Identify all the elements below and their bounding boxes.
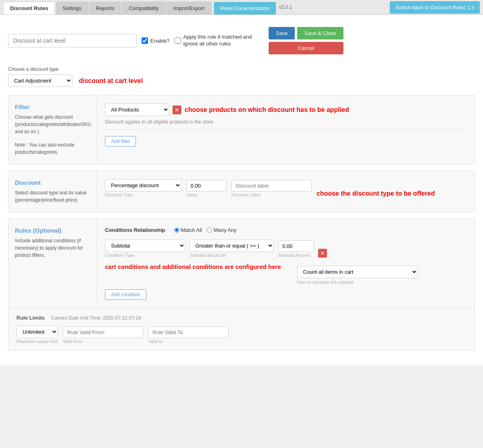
condition-row: Subtotal Product Quantity Cart Total Con… xyxy=(105,239,467,258)
discount-type-row: Cart Adjustment Product Discount Buy X G… xyxy=(8,74,475,87)
discount-section: Discount Select discount type and its va… xyxy=(8,171,475,212)
tabs-bar: Discount Rules Settings Reports Compatib… xyxy=(0,0,483,15)
filter-section-inner: Filter Choose what gets discount (produc… xyxy=(8,95,475,164)
rule-limits-row: Unlimited Limited Maximum usage limit Va… xyxy=(16,326,467,344)
discount-type-select[interactable]: Cart Adjustment Product Discount Buy X G… xyxy=(8,74,72,87)
rules-section: Rules (Optional) Include additional cond… xyxy=(8,219,475,351)
action-buttons: Save Save & Close Cancel xyxy=(269,27,343,54)
save-button[interactable]: Save xyxy=(269,27,295,39)
discount-type-select[interactable]: Percentage discount Fixed discount Fixed… xyxy=(105,179,181,192)
filter-section-left: Filter Choose what gets discount (produc… xyxy=(8,95,97,164)
valid-from-label: Vaild from xyxy=(63,339,143,344)
discount-section-title: Discount xyxy=(15,179,90,186)
valid-from-input[interactable] xyxy=(63,326,143,338)
match-all-option[interactable]: Match All xyxy=(174,227,202,233)
discount-type-annotation: discount at cart level xyxy=(79,77,143,85)
tab-settings[interactable]: Settings xyxy=(56,2,88,14)
rules-section-inner: Rules (Optional) Include additional cond… xyxy=(8,219,475,308)
add-condition-button[interactable]: Add condition xyxy=(105,289,146,300)
discount-label-input[interactable] xyxy=(231,180,312,192)
rules-annotation-text: cart conditions and additional condition… xyxy=(105,262,281,271)
max-usage-select[interactable]: Unlimited Limited xyxy=(16,326,58,338)
rule-limits-date: Current Date And Time: 2020-07-21 07:16 xyxy=(51,315,141,321)
rules-description: Include additional conditions (if necess… xyxy=(15,237,90,259)
max-usage-label: Maximum usage limit xyxy=(16,339,58,344)
condition-op-label: Subtotal should be xyxy=(189,253,274,258)
match-all-label: Match All xyxy=(181,227,202,233)
filter-section: Filter Choose what gets discount (produc… xyxy=(8,95,475,164)
discount-value-label: Value xyxy=(186,192,226,197)
condition-op-select[interactable]: Greater than or equal ( >= ) Less than E… xyxy=(189,239,274,252)
filter-applied-note: Discount applies to all eligible product… xyxy=(105,119,467,125)
valid-to-label: Vaild to xyxy=(148,339,228,344)
conditions-relationship: Conditions Relationship Match All Many A… xyxy=(105,227,467,233)
valid-to-input[interactable] xyxy=(148,326,228,338)
rule-limits-title: Rule Limits xyxy=(16,315,45,321)
valid-from-group: Vaild from xyxy=(63,326,143,344)
tab-discount-rules[interactable]: Discount Rules xyxy=(3,2,55,14)
add-filter-button[interactable]: Add filter xyxy=(105,136,136,147)
filter-select[interactable]: All Products Specific Products Specific … xyxy=(105,103,169,116)
condition-amount-input[interactable] xyxy=(278,240,314,252)
rules-section-right: Conditions Relationship Match All Many A… xyxy=(97,219,475,308)
annotation-rules-block: cart conditions and additional condition… xyxy=(105,262,467,285)
tab-reports[interactable]: Reports xyxy=(89,2,121,14)
subtotal-calc-group: Count all items in cart Count unique ite… xyxy=(297,262,418,285)
rule-name-input[interactable] xyxy=(8,34,137,47)
many-any-label: Many Any xyxy=(214,227,236,233)
rules-annotation: cart conditions and additional condition… xyxy=(105,263,281,270)
condition-type-select[interactable]: Subtotal Product Quantity Cart Total xyxy=(105,239,185,252)
apply-rule-checkbox[interactable] xyxy=(175,37,181,44)
discount-description: Select discount type and its value (perc… xyxy=(15,189,90,204)
switch-version-button[interactable]: Switch back to Discount Rules 1.x xyxy=(390,1,480,14)
condition-amount-label: Subtotal Amount xyxy=(278,253,314,258)
many-any-radio[interactable] xyxy=(207,227,212,233)
rules-section-title: Rules (Optional) xyxy=(15,227,90,234)
condition-op-group: Greater than or equal ( >= ) Less than E… xyxy=(189,239,274,258)
condition-type-group: Subtotal Product Quantity Cart Total Con… xyxy=(105,239,185,258)
apply-rule-group: Apply this rule if matched and ignore al… xyxy=(175,34,264,47)
discount-section-right: Percentage discount Fixed discount Fixed… xyxy=(97,171,475,212)
many-any-option[interactable]: Many Any xyxy=(207,227,236,233)
filter-row: All Products Specific Products Specific … xyxy=(105,103,467,116)
condition-type-label: Condition Type xyxy=(105,253,185,258)
discount-value-group: Value xyxy=(186,180,226,197)
tab-compatibility[interactable]: Compatibility xyxy=(122,2,165,14)
discount-annotation: choose the discount type to be offered xyxy=(317,190,435,197)
main-content: Enable? Apply this rule if matched and i… xyxy=(0,15,483,365)
discount-type-label: Discount Type xyxy=(105,192,181,197)
enable-group: Enable? xyxy=(142,37,170,44)
action-btns-row: Save Save & Close xyxy=(269,27,343,39)
discount-value-input[interactable] xyxy=(186,180,226,192)
tab-import-export[interactable]: Import/Export xyxy=(166,2,212,14)
enable-checkbox[interactable] xyxy=(142,37,148,44)
filter-annotation: choose products on which discount has to… xyxy=(185,106,349,114)
discount-type-label: Choose a discount type xyxy=(8,66,475,72)
discount-label-label: Discount Label xyxy=(231,192,312,197)
rule-limits-header: Rule Limits Current Date And Time: 2020-… xyxy=(16,315,467,321)
discount-section-inner: Discount Select discount type and its va… xyxy=(8,171,475,212)
max-usage-group: Unlimited Limited Maximum usage limit xyxy=(16,326,58,344)
subtotal-calc-label: How to calculate the subtotal xyxy=(297,280,418,285)
save-close-button[interactable]: Save & Close xyxy=(297,27,343,39)
discount-section-left: Discount Select discount type and its va… xyxy=(8,171,97,212)
cancel-button[interactable]: Cancel xyxy=(269,42,343,54)
version-label: v2.0.1 xyxy=(279,4,292,10)
filter-title: Filter xyxy=(15,103,90,110)
discount-type-group: Percentage discount Fixed discount Fixed… xyxy=(105,179,181,197)
subtotal-calc-select[interactable]: Count all items in cart Count unique ite… xyxy=(297,266,418,278)
discount-label-group: Discount Label xyxy=(231,180,312,197)
condition-amount-group: Subtotal Amount xyxy=(278,240,314,258)
condition-remove-button[interactable]: ✕ xyxy=(318,249,327,258)
filter-remove-button[interactable]: ✕ xyxy=(173,105,181,114)
read-docs-button[interactable]: Read Documentation xyxy=(214,2,276,14)
filter-description: Choose what gets discount (products/cate… xyxy=(15,114,90,135)
header-row: Enable? Apply this rule if matched and i… xyxy=(8,23,475,58)
valid-to-group: Vaild to xyxy=(148,326,228,344)
filter-section-right: All Products Specific Products Specific … xyxy=(97,95,475,164)
discount-row: Percentage discount Fixed discount Fixed… xyxy=(105,179,467,197)
match-all-radio[interactable] xyxy=(174,227,179,233)
filter-note: Note : You can also exclude products/cat… xyxy=(15,141,90,156)
discount-type-section: Choose a discount type Cart Adjustment P… xyxy=(8,66,475,87)
rule-limits-section: Rule Limits Current Date And Time: 2020-… xyxy=(8,308,475,350)
